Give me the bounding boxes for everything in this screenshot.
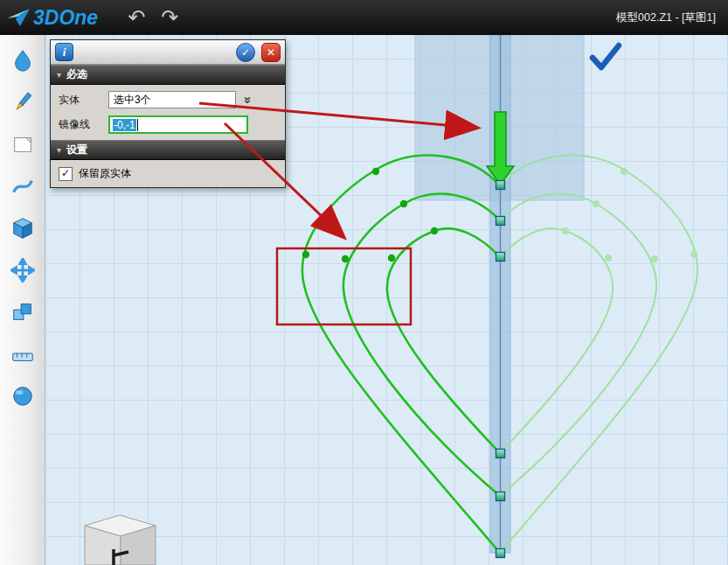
cancel-button[interactable]: ✕ [261,43,281,62]
ok-button[interactable]: ✓ [236,43,255,62]
keep-original-label: 保留原实体 [79,166,131,181]
solid-cube-icon[interactable] [8,213,37,242]
undo-icon[interactable]: ↶ [128,7,145,28]
heart-curves-original[interactable] [302,156,500,553]
confirm-sketch-check-icon[interactable] [593,45,619,67]
settings-section-header[interactable]: ▾ 设置 [51,140,285,160]
measure-tool-icon[interactable] [8,339,37,368]
entity-label: 实体 [59,93,108,108]
chevron-down-icon: ▾ [57,70,61,80]
curve-tool-icon[interactable] [8,171,37,200]
title-bar: 3DOne ↶ ↷ 模型002.Z1 - [草图1] [0,0,728,35]
entity-dropdown[interactable]: 选中3个 [108,91,236,108]
settings-section-label: 设置 [66,143,87,157]
chevron-down-icon: ▾ [57,145,61,155]
entity-row: 实体 选中3个 » [59,91,277,108]
sketch-plane-icon[interactable] [8,129,37,158]
logo-text: 3DOne [33,6,98,30]
mirror-line-label: 镜像线 [59,117,108,132]
text-caret [137,119,138,131]
heart-curve-outer[interactable] [302,156,500,553]
tool-sidebar [0,35,45,565]
mirrored-heart-curves [500,156,697,553]
sphere-tool-icon[interactable] [8,381,37,410]
document-title: 模型002.Z1 - [草图1] [616,0,716,35]
mirror-line-row: 镜像线 -0,-1 [59,115,277,134]
heart-curve-inner[interactable] [387,228,500,453]
heart-curve-middle[interactable] [343,194,500,496]
required-section-header[interactable]: ▾ 必选 [51,65,285,85]
app-logo: 3DOne [7,6,98,30]
move-tool-icon[interactable] [8,255,37,284]
mirror-line-value: -0,-1 [113,119,136,131]
keep-original-option[interactable]: ✓ 保留原实体 [59,166,277,181]
dialog-title-bar: i ✓ ✕ [51,40,285,65]
entity-value: 选中3个 [114,93,151,108]
view-cube[interactable] [85,515,156,565]
double-chevron-icon[interactable]: » [245,93,252,108]
app-window: 3DOne ↶ ↷ 模型002.Z1 - [草图1] [0,0,728,565]
brush-tool-icon[interactable] [8,87,37,116]
paint-tool-icon[interactable] [8,45,37,74]
keep-original-checkbox[interactable]: ✓ [59,167,73,181]
redo-icon[interactable]: ↷ [161,7,178,28]
mirror-line-input[interactable]: -0,-1 [108,115,248,134]
assembly-tool-icon[interactable] [8,297,37,326]
logo-plane-icon [7,8,31,27]
required-section-label: 必选 [66,67,87,82]
mirror-dialog: i ✓ ✕ ▾ 必选 实体 选中3个 » 镜像线 -0,-1 [50,39,286,188]
info-icon[interactable]: i [55,43,73,61]
